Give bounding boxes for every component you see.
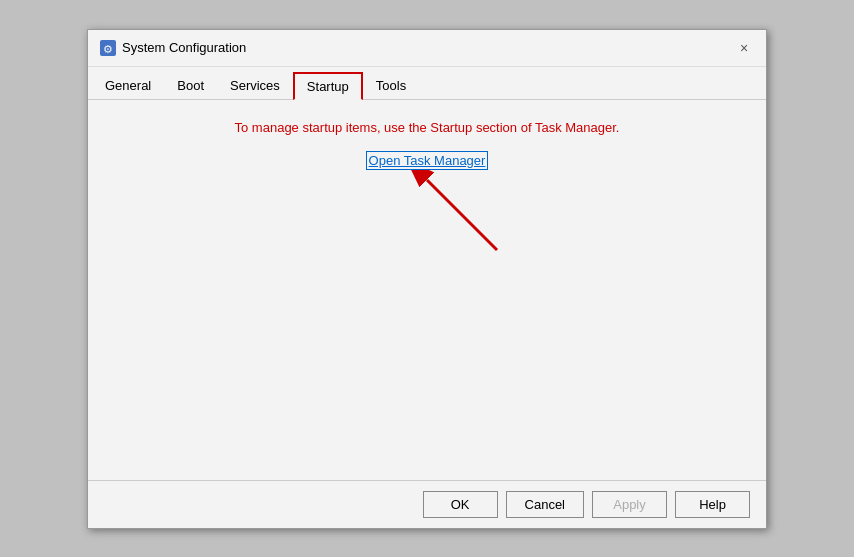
- ok-button[interactable]: OK: [423, 491, 498, 518]
- tab-general[interactable]: General: [92, 72, 164, 100]
- cancel-button[interactable]: Cancel: [506, 491, 584, 518]
- tab-startup[interactable]: Startup: [293, 72, 363, 100]
- svg-line-3: [427, 180, 497, 250]
- tab-tools[interactable]: Tools: [363, 72, 419, 100]
- tab-boot[interactable]: Boot: [164, 72, 217, 100]
- title-bar: ⚙ System Configuration ×: [88, 30, 766, 67]
- window-title: System Configuration: [122, 40, 246, 55]
- tab-bar: General Boot Services Startup Tools: [88, 67, 766, 100]
- help-button[interactable]: Help: [675, 491, 750, 518]
- arrow-annotation: [407, 170, 527, 273]
- title-bar-left: ⚙ System Configuration: [100, 40, 246, 56]
- tab-services[interactable]: Services: [217, 72, 293, 100]
- footer: OK Cancel Apply Help: [88, 480, 766, 528]
- open-task-manager-link[interactable]: Open Task Manager: [366, 151, 489, 170]
- system-configuration-window: ⚙ System Configuration × General Boot Se…: [87, 29, 767, 529]
- content-area: To manage startup items, use the Startup…: [88, 100, 766, 480]
- info-text: To manage startup items, use the Startup…: [235, 120, 620, 135]
- close-button[interactable]: ×: [734, 38, 754, 58]
- svg-text:⚙: ⚙: [103, 43, 113, 55]
- window-icon: ⚙: [100, 40, 116, 56]
- apply-button[interactable]: Apply: [592, 491, 667, 518]
